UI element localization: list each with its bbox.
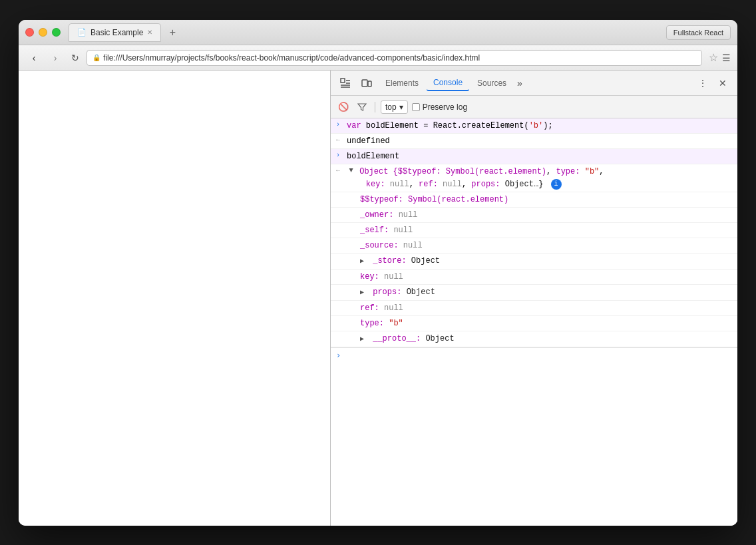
close-button[interactable] [25,28,34,37]
console-line: › var boldElement = React.createElement(… [331,118,737,134]
devtools-actions: ⋮ ✕ [693,74,732,92]
console-line-content: _self: null [360,224,732,236]
browser-main: Elements Console Sources » ⋮ ✕ 🚫 [19,71,737,526]
preserve-log-toggle[interactable]: Preserve log [412,102,467,112]
console-line: _owner: null [331,208,737,223]
tab-title: Basic Example [91,28,143,37]
console-line-content: undefined [347,135,732,147]
devtools-close-button[interactable]: ✕ [713,74,732,92]
tab-elements[interactable]: Elements [379,76,425,91]
input-arrow-icon: › [336,120,347,128]
console-line: ▶ _store: Object [331,254,737,270]
console-line-content: ref: null [360,302,732,314]
console-line: type: "b" [331,316,737,331]
tab-sources[interactable]: Sources [471,76,513,91]
console-line-content: var boldElement = React.createElement('b… [347,120,732,132]
console-line: ▶ props: Object [331,285,737,301]
console-toolbar: 🚫 top ▾ Preserve log [331,96,737,118]
tab-close-button[interactable]: ✕ [147,29,152,36]
navigation-bar: ‹ › ↻ 🔒 file:///Users/nmurray/projects/f… [19,45,737,71]
address-bar[interactable]: 🔒 file:///Users/nmurray/projects/fs/book… [87,50,702,66]
console-input-line[interactable]: › [331,347,737,363]
context-label: top [385,102,397,112]
console-line-content: type: "b" [360,317,732,329]
console-object-content: ▶ Object {$$typeof: Symbol(react.element… [347,166,732,190]
clear-console-button[interactable]: 🚫 [336,100,351,114]
back-button[interactable]: ‹ [25,50,43,66]
console-line-content: _owner: null [360,209,732,221]
bookmark-star-icon[interactable]: ☆ [709,51,718,64]
tab-bar: 📄 Basic Example ✕ + [69,20,666,45]
console-line: _self: null [331,223,737,238]
lock-icon: 🔒 [93,54,100,61]
expand-icon[interactable]: ▶ [360,256,368,268]
devtools-header: Elements Console Sources » ⋮ ✕ [331,71,737,96]
info-badge: i [551,179,562,190]
console-line: key: null [331,270,737,285]
output-arrow-icon: ← [336,135,347,144]
console-line-content: ▶ _store: Object [360,255,732,268]
forward-button[interactable]: › [47,50,64,66]
console-line-content: key: null [360,271,732,283]
inspect-element-button[interactable] [336,74,355,92]
expand-icon[interactable]: ▶ [345,168,357,176]
maximize-button[interactable] [52,28,61,37]
execution-context-selector[interactable]: top ▾ [381,100,408,114]
console-line: ▶ __proto__: Object [331,331,737,347]
svg-rect-0 [341,79,345,83]
console-line-content: ▶ props: Object [360,286,732,299]
console-output[interactable]: › var boldElement = React.createElement(… [331,118,737,526]
console-line-content: _source: null [360,240,732,252]
devtools-tabs: Elements Console Sources » [379,75,691,91]
filter-button[interactable] [355,100,369,114]
traffic-lights [25,28,61,37]
console-line-object: ← ▶ Object {$$typeof: Symbol(react.eleme… [331,164,737,192]
console-line: › boldElement [331,149,737,164]
input-arrow-icon: › [336,150,347,159]
context-dropdown-icon: ▾ [399,102,403,112]
expand-icon[interactable]: ▶ [360,333,368,345]
titlebar: 📄 Basic Example ✕ + Fullstack React [19,20,737,45]
console-line: ← undefined [331,134,737,149]
browser-tab[interactable]: 📄 Basic Example ✕ [69,23,161,42]
devtools-panel: Elements Console Sources » ⋮ ✕ 🚫 [330,71,737,526]
browser-menu-icon[interactable]: ☰ [722,53,731,63]
svg-rect-2 [368,81,371,87]
devtools-settings-button[interactable]: ⋮ [693,74,712,92]
preserve-log-label: Preserve log [423,102,467,112]
expand-icon[interactable]: ▶ [360,287,368,299]
svg-rect-1 [362,80,367,87]
device-toolbar-button[interactable] [357,74,376,92]
tab-favicon: 📄 [77,28,87,37]
browser-window: 📄 Basic Example ✕ + Fullstack React ‹ › … [19,20,737,526]
console-prompt-icon: › [336,351,341,360]
console-line: ref: null [331,301,737,316]
new-tab-button[interactable]: + [164,24,181,41]
preserve-log-checkbox[interactable] [412,103,420,111]
console-line-content: $$typeof: Symbol(react.element) [360,194,732,206]
console-line: _source: null [331,238,737,254]
console-line-content: ▶ __proto__: Object [360,333,732,345]
url-text: file:///Users/nmurray/projects/fs/books/… [103,53,480,63]
page-content [19,71,330,526]
minimize-button[interactable] [39,28,47,37]
toolbar-separator [375,102,375,112]
console-line: $$typeof: Symbol(react.element) [331,192,737,208]
tab-console[interactable]: Console [427,75,469,91]
refresh-button[interactable]: ↻ [68,51,83,65]
more-tabs-button[interactable]: » [514,75,525,91]
console-line-content: boldElement [347,150,732,162]
fullstack-react-button[interactable]: Fullstack React [666,25,731,40]
